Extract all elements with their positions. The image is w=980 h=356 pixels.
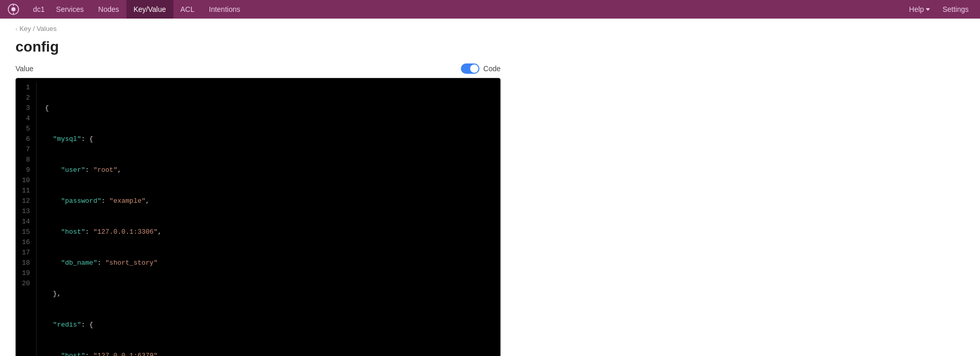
code-toggle-label: Code [484,64,501,73]
nav-item-intentions[interactable]: Intentions [202,0,248,19]
code-editor[interactable]: 1 2 3 4 5 6 7 8 9 10 11 12 13 14 15 16 1 [15,78,501,356]
help-chevron-icon [926,8,930,11]
top-navigation: dc1 Services Nodes Key/Value ACL Intenti… [0,0,980,19]
breadcrumb-arrow-icon: ‹ [15,26,18,32]
value-section: Value Code 1 2 3 4 5 6 7 8 9 10 [15,63,501,356]
svg-point-1 [11,7,15,11]
nav-items: Services Nodes Key/Value ACL Intentions [49,0,904,19]
breadcrumb: ‹ Key / Values [0,19,980,35]
nav-item-services[interactable]: Services [49,0,91,19]
breadcrumb-link[interactable]: Key / Values [20,25,57,33]
code-toggle-switch[interactable] [461,63,479,74]
nav-item-nodes[interactable]: Nodes [91,0,126,19]
settings-link[interactable]: Settings [937,0,974,19]
value-label: Value [15,64,34,73]
help-menu[interactable]: Help [904,0,936,19]
code-lines: { "mysql": { "user": "root", "password":… [37,83,500,356]
nav-right: Help Settings [904,0,974,19]
app-logo [6,2,21,17]
datacenter-label[interactable]: dc1 [26,0,49,19]
main-content: Value Code 1 2 3 4 5 6 7 8 9 10 [0,63,516,356]
value-header: Value Code [15,63,501,74]
page-title: config [0,35,980,63]
nav-item-keyvalue[interactable]: Key/Value [126,0,173,19]
line-numbers: 1 2 3 4 5 6 7 8 9 10 11 12 13 14 15 16 1 [16,83,37,356]
nav-item-acl[interactable]: ACL [173,0,202,19]
code-content: 1 2 3 4 5 6 7 8 9 10 11 12 13 14 15 16 1 [16,78,500,356]
code-toggle: Code [461,63,501,74]
